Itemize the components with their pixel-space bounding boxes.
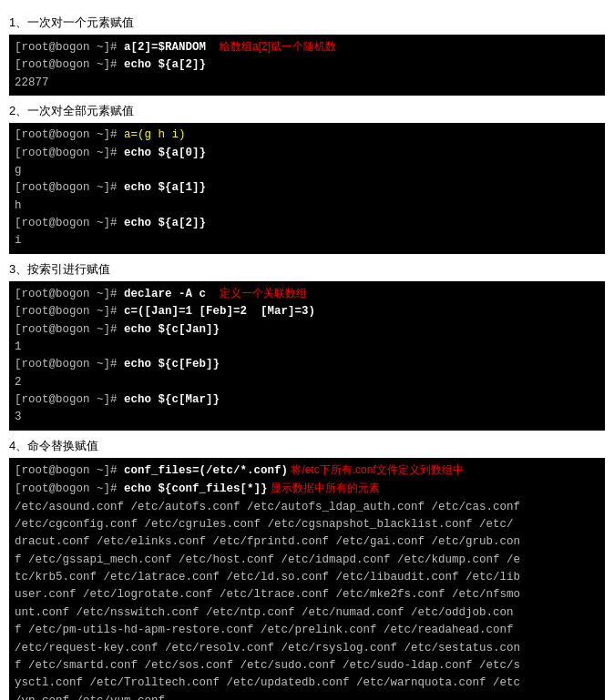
prompt: [root@bogon ~]# (15, 323, 124, 336)
section-3-title: 3、按索引进行赋值 (9, 261, 605, 278)
prompt: [root@bogon ~]# (15, 128, 124, 141)
section-2-terminal: [root@bogon ~]# a=(g h i) [root@bogon ~]… (9, 123, 605, 254)
section-1: 1、一次对一个元素赋值 [root@bogon ~]# a[2]=$RANDOM… (9, 15, 605, 96)
section-3: 3、按索引进行赋值 [root@bogon ~]# declare -A c 定… (9, 261, 605, 431)
prompt: [root@bogon ~]# (15, 464, 124, 477)
cmd: conf_files=(/etc/*.conf) (124, 464, 288, 477)
prompt: [root@bogon ~]# (15, 181, 124, 194)
output: g (15, 164, 22, 177)
cmd: a=(g h i) (124, 128, 186, 141)
output: 3 (15, 411, 22, 423)
prompt: [root@bogon ~]# (15, 288, 124, 300)
cmd: echo ${a[1]} (124, 181, 206, 194)
section-1-terminal: [root@bogon ~]# a[2]=$RANDOM 给数组a[2]赋一个随… (9, 35, 605, 96)
section-3-terminal: [root@bogon ~]# declare -A c 定义一个关联数组 [r… (9, 281, 605, 431)
comment: 给数组a[2]赋一个随机数 (220, 40, 336, 53)
cmd: echo ${a[2]} (124, 58, 206, 71)
section-1-title: 1、一次对一个元素赋值 (9, 15, 605, 31)
section-2-title: 2、一次对全部元素赋值 (9, 103, 605, 119)
prompt: [root@bogon ~]# (15, 58, 124, 71)
prompt: [root@bogon ~]# (15, 482, 124, 495)
cmd: echo ${c[Jan]} (124, 323, 220, 336)
cmd: a[2]=$RANDOM (124, 41, 206, 54)
comment: 将/etc下所有.conf文件定义到数组中 (288, 463, 464, 476)
comment: 显示数据中所有的元素 (268, 482, 380, 494)
prompt: [root@bogon ~]# (15, 147, 124, 159)
cmd: echo ${a[2]} (124, 217, 206, 229)
prompt: [root@bogon ~]# (15, 305, 124, 318)
cmd: declare -A c (124, 288, 206, 300)
comment: 定义一个关联数组 (220, 287, 307, 299)
prompt: [root@bogon ~]# (15, 217, 124, 229)
prompt: [root@bogon ~]# (15, 393, 124, 406)
section-4-terminal: [root@bogon ~]# conf_files=(/etc/*.conf)… (9, 458, 605, 700)
output: 1 (15, 340, 22, 353)
prompt: [root@bogon ~]# (15, 41, 124, 54)
prompt: [root@bogon ~]# (15, 358, 124, 370)
cmd: echo ${conf_files[*]} (124, 482, 268, 495)
output: 22877 (15, 76, 49, 89)
output: /etc/asound.conf /etc/autofs.conf /etc/a… (15, 501, 520, 701)
cmd: c=([Jan]=1 [Feb]=2 [Mar]=3) (124, 305, 315, 318)
output: i (15, 234, 22, 247)
output: h (15, 199, 22, 212)
page: 1、一次对一个元素赋值 [root@bogon ~]# a[2]=$RANDOM… (0, 0, 614, 700)
output: 2 (15, 376, 22, 389)
section-4-title: 4、命令替换赋值 (9, 438, 605, 454)
section-2: 2、一次对全部元素赋值 [root@bogon ~]# a=(g h i) [r… (9, 103, 605, 254)
cmd: echo ${c[Mar]} (124, 393, 220, 406)
section-4: 4、命令替换赋值 [root@bogon ~]# conf_files=(/et… (9, 438, 605, 700)
cmd: echo ${c[Feb]} (124, 358, 220, 370)
cmd: echo ${a[0]} (124, 147, 206, 159)
